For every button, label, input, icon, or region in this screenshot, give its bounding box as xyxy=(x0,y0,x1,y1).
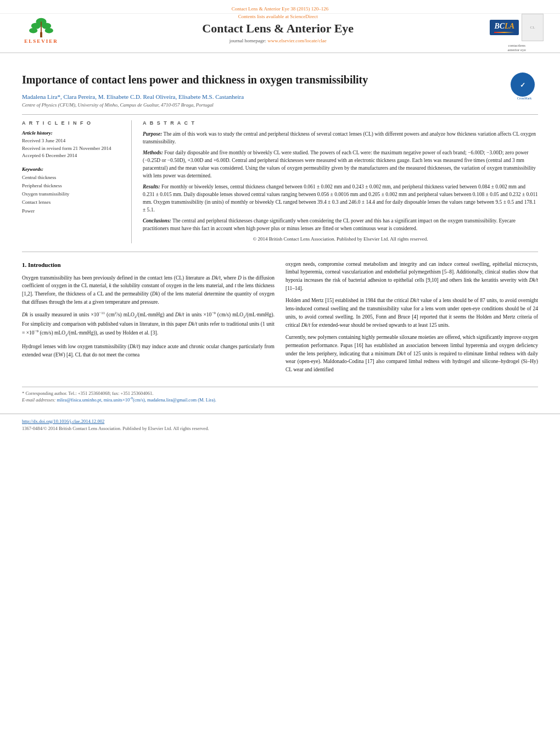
abstract-label: A B S T R A C T xyxy=(143,120,538,126)
corresponding-author-note: * Corresponding author. Tel.: +351 25360… xyxy=(22,390,538,396)
contents-label: Contents lists available at xyxy=(238,14,289,19)
bcla-text: BC xyxy=(494,22,505,30)
header-top-row: ELSEVIER Contents lists available at Sci… xyxy=(0,14,560,52)
header-center: Contents lists available at ScienceDirec… xyxy=(66,14,490,43)
page: Contact Lens & Anterior Eye 38 (2015) 12… xyxy=(0,0,560,742)
page-footer: http://dx.doi.org/10.1016/j.clae.2014.12… xyxy=(0,414,560,437)
contact-lens-small-label: contactlensanterior eye xyxy=(508,43,526,52)
received-date: Received 3 June 2014 xyxy=(22,137,123,145)
results-label: Results: xyxy=(143,184,160,189)
intro-para-3: Hydrogel lenses with low oxygen transmis… xyxy=(22,343,275,359)
svg-point-5 xyxy=(45,28,53,34)
crossmark-badge: ✓ CrossMark xyxy=(511,72,538,100)
doi-line: http://dx.doi.org/10.1016/j.clae.2014.12… xyxy=(22,419,538,424)
keyword-2: Peripheral thickness xyxy=(22,182,123,190)
journal-ref-text: Contact Lens & Anterior Eye 38 (2015) 12… xyxy=(232,6,329,12)
homepage-label: journal homepage: xyxy=(229,38,266,43)
homepage-url[interactable]: www.elsevier.com/locate/clae xyxy=(267,38,326,43)
intro-para-r3: Currently, new polymers containing highl… xyxy=(285,333,538,374)
contactlens-image: CL xyxy=(522,14,544,41)
intro-para-r2: Holden and Mertz [15] established in 198… xyxy=(285,297,538,329)
journal-title-header: Contact Lens & Anterior Eye xyxy=(77,21,479,36)
abstract-column: A B S T R A C T Purpose: The aim of this… xyxy=(143,120,538,243)
crossmark-svg: ✓ xyxy=(514,76,531,93)
intro-right-col: oxygen needs, compromise corneal metabol… xyxy=(285,260,538,378)
article-title: Importance of contact lens power and thi… xyxy=(22,72,538,87)
keywords-list: Central thickness Peripheral thickness O… xyxy=(22,174,123,215)
purpose-text: The aim of this work was to study the ce… xyxy=(143,131,536,144)
purpose-label: Purpose: xyxy=(143,131,162,137)
keyword-1: Central thickness xyxy=(22,174,123,182)
article-info-label: A R T I C L E I N F O xyxy=(22,120,123,126)
sciencedirect-label: ScienceDirect xyxy=(290,14,317,19)
header-right-logos: BCLA CL contactlensanterior eye xyxy=(490,14,544,52)
article-info-column: A R T I C L E I N F O Article history: R… xyxy=(22,120,132,243)
abstract-results: Results: For monthly or biweekly lenses,… xyxy=(143,183,538,214)
abstract-text: Purpose: The aim of this work was to stu… xyxy=(143,130,538,243)
contents-available: Contents lists available at ScienceDirec… xyxy=(77,14,479,19)
history-label: Article history: xyxy=(22,130,123,136)
email-addresses: mlira@fisica.uminho.pt, mira.units×10-9(… xyxy=(57,397,216,403)
intro-para-2: Dk is usually measured in units ×10−11 (… xyxy=(22,310,275,338)
email-note: E-mail addresses: mlira@fisica.uminho.pt… xyxy=(22,396,538,403)
authors-line: Madalena Lira*, Clara Pereira, M. Elisab… xyxy=(22,93,538,100)
svg-point-4 xyxy=(29,28,37,34)
article-content: Importance of contact lens power and thi… xyxy=(0,53,560,414)
email-label: E-mail addresses: xyxy=(22,397,55,403)
results-text: For monthly or biweekly lenses, central … xyxy=(143,184,538,213)
elsevier-logo: ELSEVIER xyxy=(16,14,66,47)
article-info-abstract-row: A R T I C L E I N F O Article history: R… xyxy=(22,114,538,243)
intro-title: Introduction xyxy=(28,261,61,268)
intro-para-1: Oxygen transmissibility has been previou… xyxy=(22,274,275,306)
conclusions-text: The central and peripheral thicknesses c… xyxy=(143,218,516,231)
keywords-label: Keywords: xyxy=(22,166,123,172)
affiliation-line: Centre of Physics (CFUM), University of … xyxy=(22,102,538,108)
intro-number: 1. xyxy=(22,261,26,268)
journal-reference-bar: Contact Lens & Anterior Eye 38 (2015) 12… xyxy=(0,4,560,14)
copyright-notice: © 2014 British Contact Lens Association.… xyxy=(143,236,538,243)
crossmark-icon: ✓ xyxy=(511,72,535,97)
intro-heading: 1. Introduction xyxy=(22,260,275,270)
elsevier-text: ELSEVIER xyxy=(24,38,58,44)
abstract-purpose: Purpose: The aim of this work was to stu… xyxy=(143,130,538,146)
title-area: Importance of contact lens power and thi… xyxy=(22,72,538,87)
issn-line: 1367-0484/© 2014 British Contact Lens As… xyxy=(22,426,538,431)
doi-link[interactable]: http://dx.doi.org/10.1016/j.clae.2014.12… xyxy=(22,419,104,424)
bcla-la-text: LA xyxy=(505,22,514,30)
revised-date: Received in revised form 21 November 201… xyxy=(22,145,123,153)
keyword-3: Oxygen transmissibility xyxy=(22,190,123,198)
abstract-conclusions: Conclusions: The central and peripheral … xyxy=(143,217,538,233)
article-footnote: * Corresponding author. Tel.: +351 25360… xyxy=(22,387,538,403)
bcla-logo: BCLA xyxy=(490,20,519,35)
section-divider xyxy=(22,252,538,252)
intro-para-r1: oxygen needs, compromise corneal metabol… xyxy=(285,260,538,293)
conclusions-label: Conclusions: xyxy=(143,218,171,224)
methods-label: Methods: xyxy=(143,150,163,155)
svg-text:✓: ✓ xyxy=(520,81,525,89)
intro-left-col: 1. Introduction Oxygen transmissibility … xyxy=(22,260,275,378)
author-names: Madalena Lira*, Clara Pereira, M. Elisab… xyxy=(22,93,244,100)
introduction-section: 1. Introduction Oxygen transmissibility … xyxy=(22,260,538,378)
article-history-section: Article history: Received 3 June 2014 Re… xyxy=(22,130,123,160)
accepted-date: Accepted 6 December 2014 xyxy=(22,152,123,160)
keywords-section: Keywords: Central thickness Peripheral t… xyxy=(22,166,123,215)
crossmark-label: CrossMark xyxy=(511,97,538,100)
keyword-5: Power xyxy=(22,207,123,215)
methods-text: Four daily disposable and five monthly o… xyxy=(143,150,536,179)
elsevier-tree-icon xyxy=(27,16,55,38)
journal-header: Contact Lens & Anterior Eye 38 (2015) 12… xyxy=(0,0,560,53)
journal-homepage: journal homepage: www.elsevier.com/locat… xyxy=(77,38,479,43)
abstract-methods: Methods: Four daily disposable and five … xyxy=(143,149,538,180)
keyword-4: Contact lenses xyxy=(22,198,123,207)
